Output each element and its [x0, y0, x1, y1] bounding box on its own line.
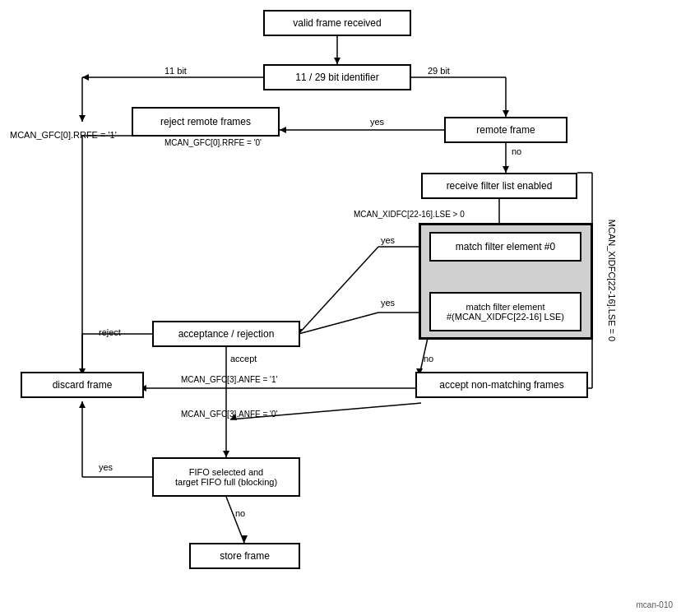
label-lse-zero: MCAN_XIDFC[22-16].LSE = 0 [607, 220, 617, 341]
match-filter-0-box: match filter element #0 [429, 232, 581, 262]
svg-marker-1 [334, 58, 340, 64]
valid-frame-box: valid frame received [263, 10, 411, 36]
label-yes-matchn: yes [381, 298, 395, 308]
svg-marker-40 [241, 535, 248, 543]
flowchart-container: valid frame received 11 / 29 bit identif… [0, 0, 681, 616]
label-no-matchn: no [424, 354, 433, 364]
identifier-box: 11 / 29 bit identifier [263, 64, 411, 90]
label-yes-match0: yes [381, 235, 395, 245]
receive-filter-box: receive filter list enabled [421, 173, 577, 199]
svg-marker-33 [223, 451, 229, 457]
label-rrfe0: MCAN_GFC[0].RRFE = '0' [164, 138, 262, 147]
acceptance-rejection-box: acceptance / rejection [152, 321, 300, 347]
label-no-fifo: no [235, 508, 245, 518]
fifo-full-box: FIFO selected and target FIFO full (bloc… [152, 457, 300, 497]
reject-remote-box: reject remote frames [132, 107, 280, 137]
store-frame-box: store frame [189, 543, 300, 569]
label-reject: reject [99, 327, 121, 337]
svg-marker-10 [280, 127, 286, 133]
svg-line-16 [299, 247, 378, 334]
accept-nonmatching-box: accept non-matching frames [415, 372, 588, 398]
watermark: mcan-010 [637, 600, 673, 609]
label-anfe1: MCAN_GFC[3].ANFE = '1' [181, 375, 277, 384]
label-11bit: 11 bit [164, 66, 187, 76]
match-filter-n-box: match filter element #(MCAN_XIDFC[22-16]… [429, 292, 581, 331]
svg-line-39 [226, 497, 244, 543]
svg-marker-6 [503, 110, 509, 117]
discard-frame-box: discard frame [21, 372, 144, 398]
svg-marker-8 [79, 115, 86, 122]
label-rrfe1: MCAN_GFC[0].RRFE = '1' [10, 130, 117, 140]
svg-marker-38 [79, 401, 86, 408]
svg-marker-12 [503, 166, 509, 173]
svg-marker-3 [82, 74, 89, 81]
label-lse-gt0: MCAN_XIDFC[22-16].LSE > 0 [354, 210, 465, 219]
label-yes-remote: yes [370, 117, 384, 127]
label-accept: accept [230, 354, 257, 364]
label-anfe0: MCAN_GFC[3].ANFE = '0' [181, 410, 277, 419]
label-29bit: 29 bit [428, 66, 450, 76]
label-no-remote: no [512, 146, 521, 156]
svg-line-21 [299, 313, 378, 334]
label-yes-fifo: yes [99, 462, 113, 472]
remote-frame-box: remote frame [444, 117, 568, 143]
